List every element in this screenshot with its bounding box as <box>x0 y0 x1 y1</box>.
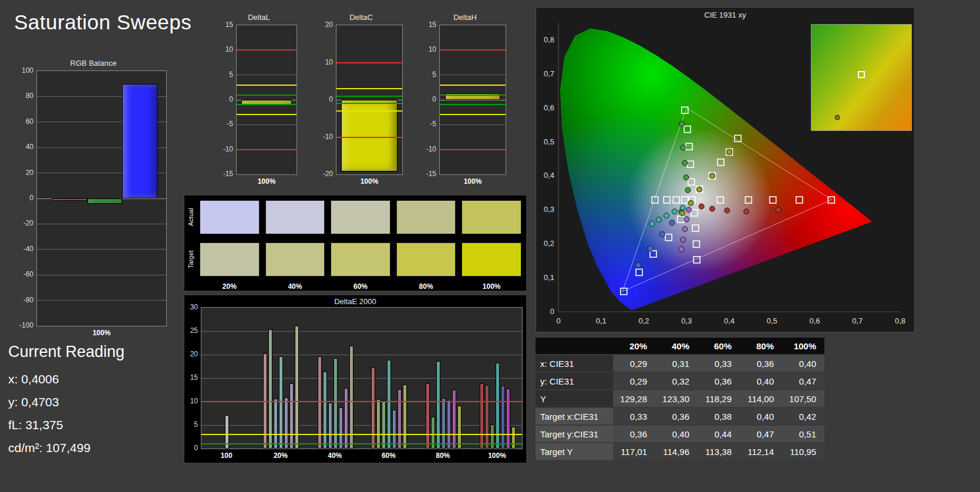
y-axis-labels: 051015202530 <box>184 307 200 449</box>
actual-swatch <box>396 200 456 234</box>
row-label-cell: Target y:CIE31 <box>536 426 613 442</box>
gridline <box>440 75 506 75</box>
ref-line <box>336 137 402 138</box>
measurement-dot <box>679 211 685 216</box>
value-cell: 107,50 <box>782 390 824 407</box>
y-tick-label: 0 <box>229 95 233 103</box>
value-cell: 0,40 <box>740 408 782 424</box>
value-cell: 0,38 <box>698 408 740 424</box>
y-tick-label: 15 <box>225 21 233 29</box>
measurement-dot <box>744 209 749 214</box>
saturation-level-label: 80% <box>419 282 433 291</box>
deltae-bar <box>387 360 391 449</box>
y-tick-label: -10 <box>426 145 436 153</box>
measurement-dot <box>709 206 715 211</box>
table-row: Target y:CIE310,360,400,440,470,51 <box>536 426 824 442</box>
measurement-dot <box>776 207 781 213</box>
y-tick-label: 0,1 <box>544 273 554 282</box>
deltae-bar <box>339 407 343 449</box>
deltae-bar <box>506 389 510 449</box>
y-tick-label: 0,3 <box>544 205 554 214</box>
measurement-dot <box>680 205 685 210</box>
y-tick-label: 0,2 <box>544 239 554 248</box>
deltae-bar <box>398 389 402 449</box>
ref-line <box>336 88 402 89</box>
deltae-bar <box>447 400 451 449</box>
y-tick-label: 10 <box>190 397 198 405</box>
value-cell: 0,36 <box>698 373 740 389</box>
saturation-sweeps-screen: Saturation Sweeps RGB Balance 1008060402… <box>0 0 980 492</box>
inset-target-square <box>858 71 865 78</box>
measurement-dot <box>669 220 675 225</box>
value-cell: 0,33 <box>613 408 655 424</box>
plot-area <box>236 25 297 175</box>
y-tick-label: -100 <box>19 321 33 329</box>
gridline <box>201 355 522 355</box>
y-tick-label: 10 <box>429 45 436 53</box>
measurement-dot <box>649 221 655 227</box>
y-axis-labels: 20100-10-20 <box>317 25 335 175</box>
gridline <box>201 378 522 379</box>
y-tick-label: 100 <box>22 66 33 75</box>
table-row: y: CIE310,290,320,360,400,47 <box>536 373 824 389</box>
measurement-dot <box>709 173 715 178</box>
y-tick-label: 10 <box>325 58 333 66</box>
ref-line <box>201 434 522 435</box>
y-tick-label: -5 <box>430 120 436 128</box>
reading-line: fL: 31,375 <box>8 413 90 436</box>
ref-line <box>440 104 506 105</box>
value-cell: 0,36 <box>613 426 655 442</box>
ref-line <box>237 114 297 115</box>
bar-Blue <box>122 84 157 198</box>
y-tick-label: 0 <box>29 194 33 202</box>
table-row: x: CIE310,290,310,330,360,40 <box>536 355 824 372</box>
table-header-cell <box>536 338 613 354</box>
value-cell: 123,30 <box>655 390 698 407</box>
y-tick-label: -10 <box>323 133 333 141</box>
actual-swatch <box>200 200 260 234</box>
x-axis-label: 100% <box>439 177 506 186</box>
y-tick-label: -20 <box>323 170 333 178</box>
x-tick-label: 0 <box>556 316 560 325</box>
y-tick-label: 10 <box>225 45 233 53</box>
ref-line <box>237 104 297 105</box>
x-tick-label: 0,6 <box>809 316 820 325</box>
measurement-dot <box>664 213 669 218</box>
deltae-bar <box>284 397 288 449</box>
x-tick-label: 80% <box>436 451 450 460</box>
ref-line <box>201 401 522 402</box>
value-cell: 114,00 <box>740 390 782 407</box>
row-label-cell: Y <box>536 390 613 407</box>
plot-area <box>439 25 506 175</box>
measurement-dot <box>659 232 665 237</box>
cie-1931-diagram-panel: CIE 1931 xy 00,10,20,30,40,50,60,70,800,… <box>536 7 915 332</box>
measurement-table: 20%40%60%80%100%x: CIE310,290,310,330,36… <box>536 338 824 463</box>
y-tick-label: 25 <box>190 326 198 335</box>
measurement-dot <box>684 217 689 222</box>
y-tick-label: 15 <box>190 373 198 382</box>
row-label-cell: x: CIE31 <box>536 355 613 372</box>
reading-line: x: 0,4006 <box>8 368 90 390</box>
chart-title: CIE 1931 xy <box>536 11 914 19</box>
y-tick-label: 20 <box>26 169 33 177</box>
measurement-dot <box>679 121 685 126</box>
ref-line <box>237 85 297 86</box>
ref-line <box>440 114 506 115</box>
ref-line <box>201 443 522 444</box>
table-header-cell: 100% <box>782 338 824 354</box>
delta-e-2000-chart: DeltaE 2000 051015202530 10020%40%60%80%… <box>184 295 526 463</box>
value-cell: 0,36 <box>740 355 782 372</box>
deltae-bar <box>289 383 294 449</box>
gridline <box>440 124 506 125</box>
deltae-bar <box>403 385 407 449</box>
measurement-dot <box>682 227 688 232</box>
value-cell: 0,40 <box>655 426 698 442</box>
deltae-bar <box>452 390 456 449</box>
target-row-label: Target <box>187 242 197 277</box>
delta-l-chart: DeltaL 151050-5-10-15 100% <box>218 13 299 188</box>
gridline <box>37 224 166 224</box>
deltae-bar <box>295 326 299 449</box>
y-axis-labels: 151050-5-10-15 <box>218 25 235 175</box>
measurement-dot <box>681 237 686 242</box>
saturation-level-label: 20% <box>223 282 237 291</box>
